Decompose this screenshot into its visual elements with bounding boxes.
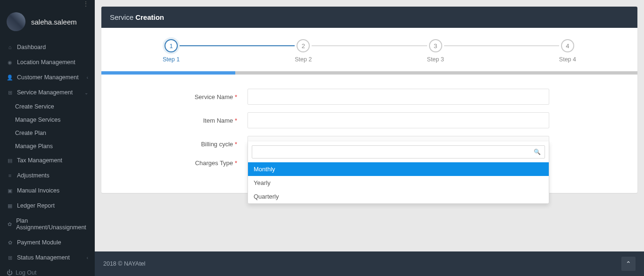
sidebar-item-label: Location Management — [17, 59, 75, 66]
file-icon: ▣ — [7, 188, 13, 194]
required-mark: * — [235, 117, 237, 124]
menu-dots-icon: ⋮ — [83, 0, 89, 8]
chevron-left-icon: ‹ — [87, 75, 88, 80]
required-mark: * — [235, 141, 237, 148]
step-number: 1 — [165, 39, 178, 52]
step-2[interactable]: 2 Step 2 — [295, 39, 312, 63]
sidebar-item-dashboard[interactable]: ⌂ Dashboard — [0, 40, 95, 55]
step-label: Step 1 — [163, 56, 180, 63]
sidebar-item-customer[interactable]: 👤 Customer Management ‹ — [0, 70, 95, 85]
sidebar-item-label: Tax Management — [17, 157, 62, 164]
dropdown-search: 🔍 — [252, 145, 545, 159]
search-icon: 🔍 — [534, 149, 541, 155]
sidebar: ⋮ saleha.saleem ⌂ Dashboard ◉ Location M… — [0, 0, 95, 217]
sidebar-item-label: Dashboard — [17, 44, 46, 50]
panel-body: 1 Step 1 2 Step 2 3 Step 3 4 Step 4 — [101, 28, 637, 193]
avatar — [7, 12, 25, 31]
step-4[interactable]: 4 Step 4 — [559, 39, 576, 63]
dropdown-option-quarterly[interactable]: Quarterly — [248, 190, 549, 203]
row-service-name: Service Name * — [120, 89, 619, 105]
step-label: Step 4 — [559, 56, 576, 63]
sidebar-sub-create-service[interactable]: Create Service — [0, 100, 95, 113]
sidebar-item-location[interactable]: ◉ Location Management — [0, 55, 95, 70]
sidebar-item-adjustments[interactable]: ≡ Adjustments — [0, 168, 95, 183]
step-3[interactable]: 3 Step 3 — [427, 39, 444, 63]
username: saleha.saleem — [31, 18, 77, 26]
billing-cycle-dropdown: 🔍 Monthly Yearly Quarterly — [248, 142, 549, 204]
step-number: 2 — [297, 39, 310, 52]
sliders-icon: ≡ — [7, 173, 13, 178]
sidebar-item-plan-assignment[interactable]: ✿ Plan Assignment/Unassignment — [0, 213, 95, 217]
home-icon: ⌂ — [7, 44, 13, 50]
sidebar-sub-create-plan[interactable]: Create Plan — [0, 126, 95, 140]
sidebar-sub-manage-services[interactable]: Manage Services — [0, 113, 95, 126]
sidebar-item-label: Adjustments — [17, 172, 50, 179]
sidebar-item-label: Customer Management — [17, 74, 79, 81]
sidebar-item-label: Manual Invoices — [17, 187, 59, 194]
step-line — [444, 45, 559, 46]
label-service-name: Service Name * — [120, 93, 248, 100]
sidebar-item-service[interactable]: ⊞ Service Management ⌄ — [0, 85, 95, 100]
dropdown-option-monthly[interactable]: Monthly — [248, 162, 549, 176]
progress-bar — [101, 71, 637, 75]
user-icon: 👤 — [7, 75, 13, 81]
stepper: 1 Step 1 2 Step 2 3 Step 3 4 Step 4 — [120, 39, 619, 63]
step-number: 3 — [429, 39, 442, 52]
sidebar-item-label: Ledger Report — [17, 202, 55, 209]
layers-icon: ▤ — [7, 158, 13, 164]
step-label: Step 3 — [427, 56, 444, 63]
sidebar-item-label: Service Management — [17, 89, 73, 96]
panel-header: Service Creation — [101, 7, 637, 28]
required-mark: * — [235, 93, 237, 100]
step-1[interactable]: 1 Step 1 — [163, 39, 180, 63]
label-charges-type: Charges Type * — [120, 159, 248, 167]
page-title-light: Service — [110, 13, 135, 21]
sitemap-icon: ⊞ — [7, 90, 13, 96]
dropdown-search-input[interactable] — [256, 149, 534, 156]
globe-icon: ◉ — [7, 59, 13, 66]
step-number: 4 — [561, 39, 574, 52]
item-name-input[interactable] — [248, 112, 549, 128]
profile-block[interactable]: saleha.saleem — [0, 7, 95, 40]
sidebar-item-ledger[interactable]: ▦ Ledger Report — [0, 198, 95, 213]
label-billing-cycle: Billing cycle * — [120, 141, 248, 148]
label-item-name: Item Name * — [120, 117, 248, 124]
sidebar-item-tax[interactable]: ▤ Tax Management — [0, 153, 95, 168]
sidebar-sub-manage-plans[interactable]: Manage Plans — [0, 140, 95, 153]
panel: Service Creation 1 Step 1 2 Step 2 3 Ste… — [101, 7, 637, 193]
sidebar-menu-toggle[interactable]: ⋮ — [0, 0, 95, 7]
service-name-input[interactable] — [248, 89, 549, 105]
step-line — [312, 45, 427, 46]
chevron-down-icon: ⌄ — [84, 90, 88, 95]
page-title-bold: Creation — [135, 13, 164, 21]
step-label: Step 2 — [295, 56, 312, 63]
report-icon: ▦ — [7, 203, 13, 209]
row-item-name: Item Name * — [120, 112, 619, 128]
sidebar-item-manual-invoices[interactable]: ▣ Manual Invoices — [0, 183, 95, 198]
progress-fill — [101, 71, 235, 75]
step-line — [180, 45, 295, 46]
main-content: Service Creation 1 Step 1 2 Step 2 3 Ste… — [95, 0, 644, 217]
dropdown-option-yearly[interactable]: Yearly — [248, 176, 549, 190]
required-mark: * — [235, 159, 237, 167]
